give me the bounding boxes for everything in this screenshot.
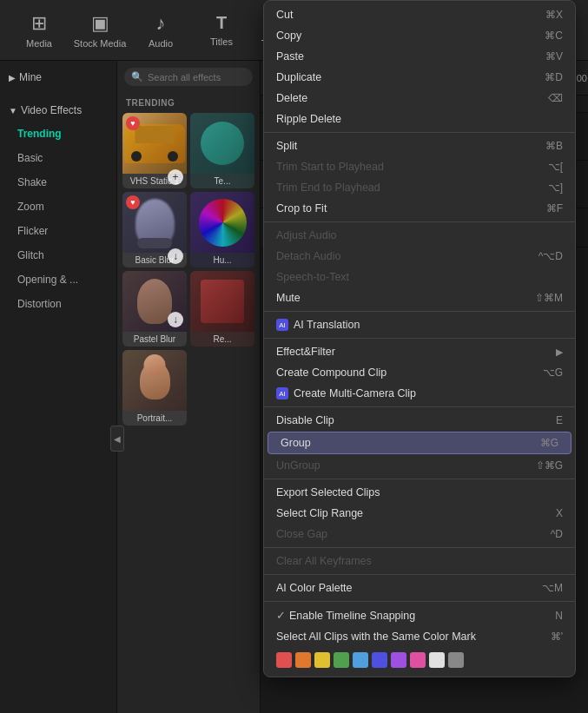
nav-audio[interactable]: ♪ Audio [130, 4, 191, 56]
vhs-add-icon[interactable]: + [168, 169, 183, 185]
nav-media-label: Media [26, 38, 52, 49]
blur-add-icon[interactable]: ↓ [168, 248, 183, 264]
effect-card-re[interactable]: Re... [190, 271, 254, 347]
ctx-export-selected[interactable]: Export Selected Clips [264, 482, 575, 503]
ctx-trim-end-shortcut: ⌥] [548, 182, 563, 194]
effect-card-vhs[interactable]: ♥ + VHS Static 1 [122, 113, 187, 188]
ctx-ungroup: UnGroup ⇧⌘G [264, 455, 575, 476]
sidebar-video-effects-header[interactable]: ▼ Video Effects [0, 99, 116, 122]
titles-icon: T [216, 13, 227, 33]
ctx-ripple-delete-label: Ripple Delete [276, 113, 341, 125]
ctx-delete-label: Delete [276, 92, 307, 104]
effect-card-pastel[interactable]: ↓ Pastel Blur [122, 271, 187, 347]
ctx-trim-start: Trim Start to Playhead ⌥[ [264, 156, 575, 177]
swatch-blue[interactable] [372, 652, 387, 668]
ctx-paste-label: Paste [276, 50, 304, 63]
ctx-disable-clip[interactable]: Disable Clip E [264, 410, 575, 431]
pastel-download-icon[interactable]: ↓ [168, 312, 183, 327]
ctx-mute-label: Mute [276, 292, 301, 304]
ctx-export-label: Export Selected Clips [276, 486, 380, 498]
ctx-enable-snapping[interactable]: ✓ Enable Timeline Snapping N [264, 604, 575, 626]
effect-card-hue[interactable]: Hu... [190, 192, 254, 267]
nav-titles-label: Titles [210, 36, 233, 47]
ctx-select-same-color[interactable]: Select All Clips with the Same Color Mar… [264, 626, 575, 647]
sidebar-item-opening[interactable]: Opening & ... [0, 267, 116, 292]
swatch-white[interactable] [429, 652, 445, 668]
ctx-ripple-delete[interactable]: Ripple Delete [264, 109, 575, 129]
ctx-trim-start-label: Trim Start to Playhead [276, 161, 384, 173]
sidebar-item-distortion[interactable]: Distortion [0, 292, 116, 316]
multicam-icon: AI [276, 387, 288, 399]
ctx-cut[interactable]: Cut ⌘X [264, 4, 575, 25]
ctx-create-multicam[interactable]: AI Create Multi-Camera Clip [264, 383, 575, 404]
ctx-sep-2 [264, 221, 575, 222]
ctx-trim-end: Trim End to Playhead ⌥] [264, 177, 575, 198]
ctx-paste[interactable]: Paste ⌘V [264, 46, 575, 67]
swatch-green[interactable] [334, 652, 349, 668]
ctx-speech-to-text: Speech-to-Text [264, 267, 575, 287]
ctx-sep-4 [264, 338, 575, 339]
sidebar-mine-header[interactable]: ▶ Mine [0, 66, 116, 89]
nav-stock-media-label: Stock Media [74, 38, 127, 49]
pastel-name: Pastel Blur [122, 332, 187, 347]
sidebar-item-shake[interactable]: Shake [0, 170, 116, 195]
ctx-delete[interactable]: Delete ⌫ [264, 88, 575, 109]
color-swatches-row [264, 647, 575, 673]
effect-card-portrait[interactable]: Portrait... [122, 350, 187, 426]
ctx-split[interactable]: Split ⌘B [264, 135, 575, 156]
ctx-multicam-label: Create Multi-Camera Clip [294, 387, 416, 399]
nav-titles[interactable]: T Titles [191, 4, 252, 56]
swatch-yellow[interactable] [314, 652, 330, 668]
ctx-ai-color[interactable]: AI Color Palette ⌥M [264, 578, 575, 598]
ctx-compound-shortcut: ⌥G [543, 366, 563, 379]
ctx-duplicate[interactable]: Duplicate ⌘D [264, 67, 575, 88]
sidebar-item-basic[interactable]: Basic [0, 146, 116, 170]
effects-grid: ♥ + VHS Static 1 Te... ♥ [117, 113, 260, 426]
ctx-copy-shortcut: ⌘C [545, 30, 563, 42]
ctx-clear-keyframes: Clear All Keyframes [264, 551, 575, 571]
ctx-split-shortcut: ⌘B [545, 140, 563, 152]
ctx-ai-translation[interactable]: AI AI Translation [264, 314, 575, 335]
effect-card-basic-blur[interactable]: ♥ ↓ Basic Blur [122, 192, 187, 267]
ctx-adjust-audio: Adjust Audio [264, 225, 575, 246]
blur-favorite-icon[interactable]: ♥ [126, 195, 140, 209]
ctx-effect-filter[interactable]: Effect&Filter ▶ [264, 341, 575, 362]
effect-card-teal[interactable]: Te... [190, 113, 254, 188]
ctx-sep-6 [264, 479, 575, 479]
stock-media-icon: ▣ [91, 12, 109, 35]
swatch-red[interactable] [276, 652, 292, 668]
effects-panel: 🔍 TRENDING ♥ + VHS Static 1 [117, 61, 261, 713]
ctx-crop-shortcut: ⌘F [546, 202, 563, 215]
search-input[interactable] [148, 72, 246, 83]
sidebar-item-flicker[interactable]: Flicker [0, 219, 116, 243]
ctx-disable-label: Disable Clip [276, 414, 334, 426]
sidebar-item-trending[interactable]: Trending [0, 122, 116, 146]
ctx-group[interactable]: Group ⌘G [268, 432, 571, 454]
ctx-copy[interactable]: Copy ⌘C [264, 25, 575, 46]
search-bar[interactable]: 🔍 [124, 68, 253, 86]
sidebar-collapse-btn[interactable]: ◀ [110, 426, 124, 452]
re-thumbnail [190, 271, 254, 332]
swatch-teal[interactable] [353, 652, 368, 668]
media-icon: ⊞ [31, 12, 47, 35]
swatch-gray[interactable] [448, 652, 464, 668]
nav-media[interactable]: ⊞ Media [9, 4, 69, 56]
ctx-select-clip-range[interactable]: Select Clip Range X [264, 503, 575, 524]
ctx-sep-3 [264, 311, 575, 312]
swatch-orange[interactable] [295, 652, 311, 668]
ctx-detach-shortcut: ^⌥D [538, 250, 563, 262]
sidebar-item-zoom[interactable]: Zoom [0, 195, 116, 219]
ctx-sep-1 [264, 132, 575, 133]
ctx-mute[interactable]: Mute ⇧⌘M [264, 287, 575, 308]
sidebar-item-glitch[interactable]: Glitch [0, 243, 116, 267]
swatch-purple[interactable] [391, 652, 406, 668]
ctx-duplicate-label: Duplicate [276, 71, 321, 83]
ctx-trim-end-label: Trim End to Playhead [276, 182, 380, 194]
swatch-pink[interactable] [410, 652, 426, 668]
ctx-snapping-shortcut: N [555, 610, 563, 622]
nav-stock-media[interactable]: ▣ Stock Media [69, 4, 130, 56]
ctx-crop-to-fit[interactable]: Crop to Fit ⌘F [264, 198, 575, 219]
ctx-create-compound[interactable]: Create Compound Clip ⌥G [264, 362, 575, 383]
vhs-favorite-icon[interactable]: ♥ [126, 116, 140, 130]
ctx-keyframes-label: Clear All Keyframes [276, 555, 372, 567]
